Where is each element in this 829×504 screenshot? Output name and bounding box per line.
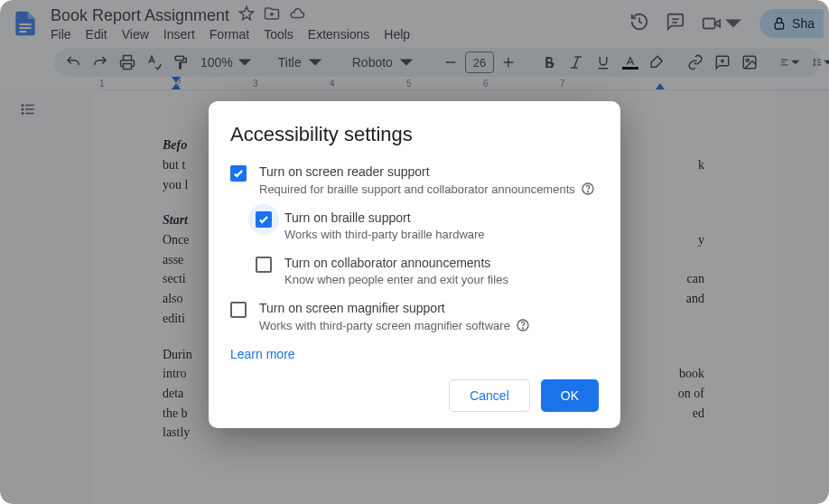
cancel-button[interactable]: Cancel (449, 379, 530, 412)
svg-point-36 (587, 191, 588, 192)
ok-button[interactable]: OK (541, 379, 599, 412)
check-icon (257, 213, 270, 226)
checkbox-screen-reader[interactable] (230, 165, 247, 182)
option-screen-reader: Turn on screen reader support Required f… (230, 164, 599, 196)
option-label: Turn on collaborator announcements (284, 256, 508, 270)
option-screen-magnifier: Turn on screen magnifier support Works w… (230, 301, 599, 332)
learn-more-link[interactable]: Learn more (230, 347, 599, 361)
option-sub: Know when people enter and exit your fil… (284, 273, 508, 286)
checkbox-collaborator-announcements[interactable] (256, 257, 272, 273)
svg-point-38 (522, 328, 523, 329)
option-collaborator-announcements: Turn on collaborator announcements Know … (256, 256, 599, 286)
dialog-title: Accessibility settings (230, 123, 599, 146)
help-icon[interactable] (581, 182, 595, 196)
option-label: Turn on braille support (284, 210, 485, 225)
option-sub: Works with third-party screen magnifier … (259, 319, 510, 332)
check-icon (232, 167, 245, 180)
help-icon[interactable] (516, 318, 530, 332)
option-label: Turn on screen magnifier support (259, 301, 530, 315)
option-sub: Required for braille support and collabo… (259, 182, 575, 196)
checkbox-braille[interactable] (256, 211, 272, 228)
option-braille: Turn on braille support Works with third… (256, 210, 599, 241)
option-sub: Works with third-party braille hardware (284, 228, 485, 241)
accessibility-settings-dialog: Accessibility settings Turn on screen re… (209, 101, 620, 428)
option-label: Turn on screen reader support (259, 164, 595, 179)
checkbox-screen-magnifier[interactable] (230, 302, 247, 318)
